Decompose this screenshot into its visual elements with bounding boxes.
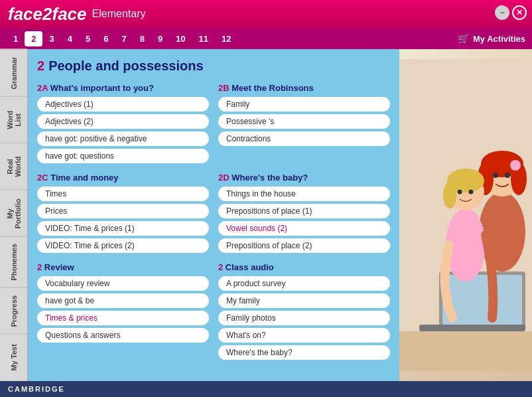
svg-point-16 — [458, 190, 462, 195]
section-2A: 2A What's important to you?Adjectives (1… — [37, 83, 209, 163]
section-heading-2C: 2C Time and money — [37, 173, 209, 183]
section-num-2A: 2A — [37, 83, 50, 93]
cambridge-logo: CAMBRIDGE — [8, 385, 65, 393]
content-area: 2People and possessions 2A What's import… — [28, 49, 399, 381]
close-button[interactable]: ✕ — [512, 5, 527, 20]
section-heading-2B: 2B Meet the Robinsons — [218, 83, 390, 93]
section-num-2C: 2C — [37, 173, 50, 183]
section-item-2D-1[interactable]: Prepositions of place (1) — [218, 204, 390, 218]
nav-number-9[interactable]: 9 — [151, 31, 169, 46]
illustration-svg — [399, 49, 532, 381]
section-2R: 2 ReviewVocabulary reviewhave got & beTi… — [37, 262, 209, 360]
illustration-area — [399, 49, 532, 381]
my-activities-button[interactable]: 🛒 My Activities — [458, 33, 525, 44]
nav-number-10[interactable]: 10 — [169, 31, 192, 46]
section-item-2CA-2[interactable]: Family photos — [218, 311, 390, 325]
sidebar-item-my-test[interactable]: My Test — [0, 334, 27, 381]
page-title: 2People and possessions — [37, 58, 390, 74]
section-num-2D: 2D — [218, 173, 232, 183]
svg-rect-3 — [419, 325, 525, 331]
nav-number-1[interactable]: 1 — [7, 31, 25, 46]
section-item-2A-2[interactable]: have got: positive & negative — [37, 131, 209, 146]
section-items-2C: TimesPricesVIDEO: Time & prices (1)VIDEO… — [37, 187, 209, 253]
section-item-2R-3[interactable]: Questions & answers — [37, 328, 209, 343]
svg-point-15 — [443, 182, 456, 208]
nav-number-2[interactable]: 2 — [25, 31, 42, 46]
section-items-2B: FamilyPossessive 'sContractions — [218, 97, 390, 146]
nav-number-7[interactable]: 7 — [115, 31, 133, 46]
section-heading-2CA: 2 Class audio — [218, 262, 390, 272]
section-heading-2R: 2 Review — [37, 262, 209, 272]
section-item-2D-0[interactable]: Things in the house — [218, 187, 390, 201]
section-num-2R: 2 — [37, 262, 44, 272]
svg-point-10 — [505, 173, 510, 178]
section-item-2C-3[interactable]: VIDEO: Time & prices (2) — [37, 238, 209, 253]
section-item-2C-2[interactable]: VIDEO: Time & prices (1) — [37, 221, 209, 236]
nav-number-11[interactable]: 11 — [192, 31, 215, 46]
page-number: 2 — [37, 58, 44, 73]
section-2CA: 2 Class audioA product surveyMy familyFa… — [218, 262, 390, 360]
section-item-2R-2[interactable]: Times & prices — [37, 311, 209, 325]
section-2C: 2C Time and moneyTimesPricesVIDEO: Time … — [37, 173, 209, 253]
section-items-2R: Vocabulary reviewhave got & beTimes & pr… — [37, 276, 209, 343]
nav-number-5[interactable]: 5 — [79, 31, 97, 46]
section-item-2B-0[interactable]: Family — [218, 97, 390, 112]
section-item-2R-0[interactable]: Vocabulary review — [37, 276, 209, 291]
section-2D: 2D Where's the baby?Things in the houseP… — [218, 173, 390, 253]
nav-number-3[interactable]: 3 — [42, 31, 60, 46]
nav-number-12[interactable]: 12 — [215, 31, 237, 46]
app-window: face2face Elementary − ✕ 123456789101112… — [0, 0, 532, 397]
sidebar-item-grammar[interactable]: Grammar — [0, 49, 27, 96]
page-title-text: People and possessions — [48, 58, 203, 73]
sidebar-item-progress[interactable]: Progress — [0, 287, 27, 335]
sidebar-item-real-world[interactable]: Real World — [0, 143, 27, 190]
section-item-2B-2[interactable]: Contractions — [218, 131, 390, 146]
section-num-2B: 2B — [218, 83, 232, 93]
minimize-button[interactable]: − — [495, 5, 509, 20]
sidebar-item-phonemes[interactable]: Phonemes — [0, 236, 27, 287]
window-controls: − ✕ — [495, 5, 527, 20]
section-items-2CA: A product surveyMy familyFamily photosWh… — [218, 276, 390, 360]
section-num-2CA: 2 — [218, 262, 226, 272]
section-item-2CA-0[interactable]: A product survey — [218, 276, 390, 291]
svg-rect-18 — [399, 331, 532, 371]
svg-point-17 — [469, 190, 474, 195]
section-item-2B-1[interactable]: Possessive 's — [218, 114, 390, 129]
cart-icon: 🛒 — [458, 33, 469, 44]
section-item-2CA-3[interactable]: What's on? — [218, 328, 390, 343]
sidebar-item-my-portfolio[interactable]: My Portfolio — [0, 190, 27, 237]
svg-point-11 — [510, 160, 521, 171]
section-item-2CA-4[interactable]: Where's the baby? — [218, 345, 390, 360]
section-item-2A-0[interactable]: Adjectives (1) — [37, 97, 209, 112]
section-item-2R-1[interactable]: have got & be — [37, 293, 209, 308]
section-item-2CA-1[interactable]: My family — [218, 293, 390, 308]
section-items-2D: Things in the housePrepositions of place… — [218, 187, 390, 253]
section-item-2C-0[interactable]: Times — [37, 187, 209, 201]
activities-label: My Activities — [473, 34, 525, 44]
app-title: face2face — [8, 4, 87, 25]
svg-point-9 — [493, 173, 498, 178]
bottom-bar: CAMBRIDGE — [0, 381, 532, 397]
section-2B: 2B Meet the RobinsonsFamilyPossessive 's… — [218, 83, 390, 163]
nav-bar: 123456789101112 🛒 My Activities — [0, 28, 532, 49]
title-bar: face2face Elementary − ✕ — [0, 0, 532, 28]
section-item-2A-3[interactable]: have got: questions — [37, 149, 209, 163]
section-item-2D-2[interactable]: Vowel sounds (2) — [218, 221, 390, 236]
section-item-2C-1[interactable]: Prices — [37, 204, 209, 218]
section-heading-2A: 2A What's important to you? — [37, 83, 209, 93]
nav-number-6[interactable]: 6 — [97, 31, 115, 46]
nav-numbers: 123456789101112 — [7, 31, 238, 46]
sidebar-item-word-list[interactable]: Word List — [0, 96, 27, 143]
section-item-2A-1[interactable]: Adjectives (2) — [37, 114, 209, 129]
section-item-2D-3[interactable]: Prepositions of place (2) — [218, 238, 390, 253]
nav-number-8[interactable]: 8 — [133, 31, 151, 46]
sidebar: GrammarWord ListReal WorldMy PortfolioPh… — [0, 49, 28, 381]
sections-grid: 2A What's important to you?Adjectives (1… — [37, 83, 390, 360]
nav-number-4[interactable]: 4 — [61, 31, 79, 46]
app-subtitle: Elementary — [92, 8, 146, 20]
section-items-2A: Adjectives (1)Adjectives (2)have got: po… — [37, 97, 209, 163]
section-heading-2D: 2D Where's the baby? — [218, 173, 390, 183]
